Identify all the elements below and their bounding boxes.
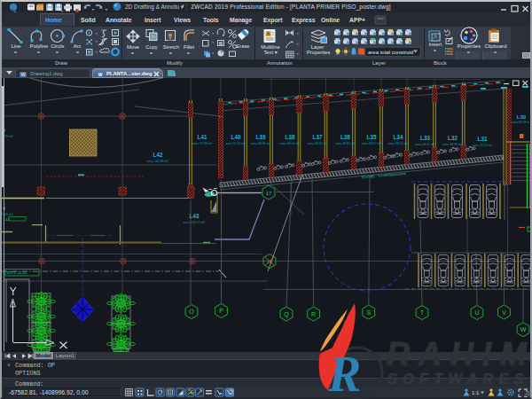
svg-text:T: T bbox=[420, 309, 425, 316]
svg-text:W: W bbox=[21, 72, 26, 77]
svg-text:R: R bbox=[311, 311, 316, 317]
svg-text:L31: L31 bbox=[478, 136, 488, 142]
svg-text:L38: L38 bbox=[286, 134, 295, 140]
svg-text:area 48.67 m2: area 48.67 m2 bbox=[362, 142, 382, 145]
svg-text:area 48.08 m2: area 48.08 m2 bbox=[251, 142, 271, 145]
svg-text:L33: L33 bbox=[420, 135, 430, 141]
svg-text:area 68.98 m: area 68.98 m bbox=[512, 121, 529, 124]
svg-text:area 48.14 m2: area 48.14 m2 bbox=[280, 142, 301, 145]
svg-text:O: O bbox=[189, 309, 194, 315]
svg-text:L34: L34 bbox=[394, 134, 403, 140]
svg-text:area 51.32 m2: area 51.32 m2 bbox=[226, 142, 246, 145]
svg-text:area 48.31 m2: area 48.31 m2 bbox=[308, 142, 328, 145]
svg-text:L39: L39 bbox=[256, 134, 266, 140]
svg-text:L36: L36 bbox=[340, 134, 350, 140]
svg-text:area 48.07 m2: area 48.07 m2 bbox=[415, 143, 435, 146]
svg-text:17: 17 bbox=[266, 191, 272, 196]
svg-text:L37: L37 bbox=[313, 134, 323, 140]
svg-text:W: W bbox=[520, 326, 527, 332]
svg-text:L40: L40 bbox=[231, 134, 241, 140]
svg-text:L35: L35 bbox=[367, 134, 377, 140]
svg-text:S: S bbox=[366, 309, 371, 316]
svg-text:L42: L42 bbox=[153, 152, 163, 158]
svg-text:area 48.54 m2: area 48.54 m2 bbox=[388, 142, 409, 145]
svg-text:W: W bbox=[98, 72, 103, 77]
svg-text:N.P.T. +0.15: N.P.T. +0.15 bbox=[7, 270, 27, 275]
svg-text:L30: L30 bbox=[517, 114, 527, 120]
svg-text:A: A bbox=[266, 31, 270, 36]
svg-text:area total construid: area total construid bbox=[368, 50, 413, 55]
svg-text:area 48.31 m2: area 48.31 m2 bbox=[335, 142, 356, 145]
svg-text:P: P bbox=[219, 308, 223, 314]
svg-text:L41: L41 bbox=[198, 134, 207, 140]
svg-text:L32: L32 bbox=[448, 135, 458, 141]
svg-text:V: V bbox=[502, 309, 506, 316]
svg-text:area 144.88 m2: area 144.88 m2 bbox=[147, 160, 169, 163]
svg-text:area 72.24 m2: area 72.24 m2 bbox=[473, 144, 493, 147]
svg-text:1:1: 1:1 bbox=[472, 390, 480, 395]
svg-text:1.03 m2: 1.03 m2 bbox=[2, 213, 13, 216]
svg-text:area 143.57 m2: area 143.57 m2 bbox=[184, 221, 206, 224]
svg-text:Q: Q bbox=[284, 311, 289, 318]
svg-text:U: U bbox=[474, 309, 479, 316]
svg-text:area 57.33 m2: area 57.33 m2 bbox=[192, 142, 213, 145]
svg-text:area 48.38 m2: area 48.38 m2 bbox=[442, 143, 463, 146]
